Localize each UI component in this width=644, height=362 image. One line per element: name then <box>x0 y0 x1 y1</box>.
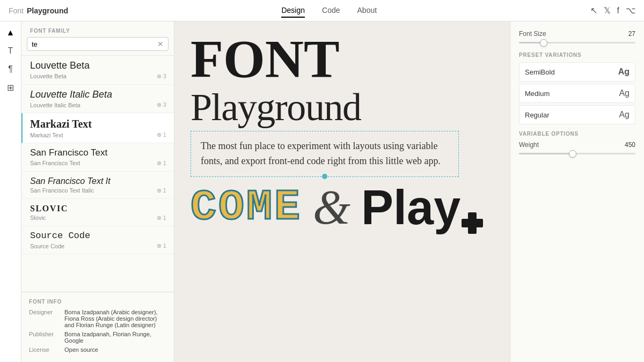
font-size-track <box>519 42 635 43</box>
designer-value: Borna Izadpanah (Arabic designer), Fiona… <box>64 309 166 328</box>
search-input[interactable] <box>32 40 157 48</box>
weight-value: 450 <box>625 141 635 149</box>
font-label: San Francisco Text <box>30 160 80 166</box>
variation-medium-label: Medium <box>525 90 550 98</box>
variation-semibold-preview: Ag <box>618 67 630 77</box>
font-display-name: Louvette Italic Beta <box>30 89 166 101</box>
tab-code[interactable]: Code <box>322 4 340 18</box>
weight-thumb[interactable] <box>569 150 576 158</box>
resize-handle[interactable] <box>322 174 327 179</box>
font-display-name: Louvette Beta <box>30 60 166 72</box>
font-item-meta: Slovic ⊕ 1 <box>30 215 166 221</box>
font-item-louvette-beta[interactable]: Louvette Beta Louvette Beta ⊕ 3 <box>21 56 174 85</box>
search-row: ✕ <box>27 37 169 51</box>
twitter-icon[interactable]: 𝕏 <box>604 5 611 16</box>
font-item-sf-text[interactable]: San Francisco Text San Francisco Text ⊕ … <box>21 143 174 171</box>
font-item-meta: Louvette Beta ⊕ 3 <box>30 73 166 80</box>
cursor-icon[interactable]: ↖ <box>590 5 597 16</box>
variation-regular-label: Regular <box>525 111 550 119</box>
font-size-value: 27 <box>628 30 635 38</box>
weight-slider[interactable] <box>519 153 635 154</box>
license-value: Open source <box>64 346 98 353</box>
publisher-value: Borna Izadpanah, Florian Runge, Google <box>64 331 166 344</box>
font-item-slovic[interactable]: SLOVIC Slovic ⊕ 1 <box>21 199 174 226</box>
main-layout: ▲ T ¶ ⊞ Font Family ✕ Louvette Beta Louv… <box>0 21 644 362</box>
display-text-font: FONT <box>191 32 494 86</box>
display-body-text: The most fun place to experiment with la… <box>201 139 449 169</box>
publisher-key: Publisher <box>29 331 60 344</box>
display-text-playground: Playground <box>191 88 494 127</box>
text-tool[interactable]: T <box>8 46 13 56</box>
font-info-panel: Font Info Designer Borna Izadpanah (Arab… <box>21 292 174 362</box>
sidebar: Font Family ✕ Louvette Beta Louvette Bet… <box>21 21 174 362</box>
font-label: Source Code <box>30 243 64 249</box>
font-info-license-row: License Open source <box>29 346 166 353</box>
weight-track <box>519 153 635 154</box>
font-item-markazi[interactable]: Markazi Text Markazi Text ⊕ 1 <box>21 113 174 143</box>
logo-playground-word: Playground <box>27 6 68 15</box>
play-group: Play <box>361 183 483 232</box>
pointer-tool[interactable]: ▲ <box>6 28 15 38</box>
app-logo: Font Playground <box>9 6 68 15</box>
search-clear-button[interactable]: ✕ <box>157 40 164 48</box>
font-label: Markazi Text <box>30 132 63 138</box>
facebook-icon[interactable]: f <box>617 6 619 16</box>
font-size-row: Font Size 27 <box>519 30 635 38</box>
variation-medium[interactable]: Medium Ag <box>519 84 635 103</box>
variation-regular-preview: Ag <box>619 110 630 120</box>
font-item-meta: San Francisco Text Italic ⊕ 1 <box>30 187 166 194</box>
font-item-sf-italic[interactable]: San Francisco Text It San Francisco Text… <box>21 172 174 199</box>
font-display-name: SLOVIC <box>30 203 166 213</box>
font-label: Louvette Italic Beta <box>30 102 80 108</box>
github-icon[interactable]: ⌥ <box>626 5 635 16</box>
font-display-name: Source Code <box>30 231 166 241</box>
font-count: ⊕ 3 <box>157 101 166 108</box>
variation-semibold-label: SemiBold <box>525 68 555 76</box>
font-display-name: Markazi Text <box>30 117 166 130</box>
font-item-louvette-italic[interactable]: Louvette Italic Beta Louvette Italic Bet… <box>21 85 174 114</box>
tab-design[interactable]: Design <box>281 4 305 18</box>
font-size-thumb[interactable] <box>540 39 547 47</box>
left-toolbar: ▲ T ¶ ⊞ <box>0 21 21 362</box>
font-item-meta: Source Code ⊕ 1 <box>30 242 166 249</box>
font-size-fill <box>519 42 542 43</box>
font-display-name: San Francisco Text It <box>30 176 166 186</box>
weight-row: Weight 450 <box>519 141 635 149</box>
nav-icons: ↖ 𝕏 f ⌥ <box>590 5 635 16</box>
display-play-text: Play <box>361 183 460 232</box>
cross-symbol <box>462 212 483 227</box>
font-count: ⊕ 1 <box>157 131 166 138</box>
layout-tool[interactable]: ⊞ <box>7 83 14 93</box>
font-label: Slovic <box>30 215 46 221</box>
font-size-slider[interactable] <box>519 42 635 43</box>
font-display-name: San Francisco Text <box>30 147 166 158</box>
variation-regular[interactable]: Regular Ag <box>519 105 635 124</box>
font-label: San Francisco Text Italic <box>30 187 94 194</box>
canvas-area[interactable]: FONT Playground The most fun place to ex… <box>174 21 510 362</box>
variable-options-label: Variable Options <box>519 131 635 137</box>
font-count: ⊕ 1 <box>157 242 166 249</box>
paragraph-tool[interactable]: ¶ <box>8 64 13 74</box>
font-info-title: Font Info <box>29 299 166 305</box>
font-family-label: Font Family <box>21 21 174 37</box>
font-count: ⊕ 1 <box>157 215 166 221</box>
preset-variations-label: Preset Variations <box>519 52 635 58</box>
weight-fill <box>519 153 572 154</box>
display-come-text: COME <box>191 186 302 229</box>
weight-label: Weight <box>519 141 539 149</box>
nav-tabs: Design Code About <box>68 4 590 18</box>
font-count: ⊕ 1 <box>157 160 166 167</box>
license-key: License <box>29 346 60 353</box>
font-count: ⊕ 1 <box>157 187 166 194</box>
logo-font-word: Font <box>9 6 24 15</box>
display-text-box[interactable]: The most fun place to experiment with la… <box>191 131 459 177</box>
tab-about[interactable]: About <box>357 4 377 18</box>
font-count: ⊕ 3 <box>157 73 166 80</box>
font-info-designer-row: Designer Borna Izadpanah (Arabic designe… <box>29 309 166 328</box>
designer-key: Designer <box>29 309 60 328</box>
font-info-publisher-row: Publisher Borna Izadpanah, Florian Runge… <box>29 331 166 344</box>
font-list: Louvette Beta Louvette Beta ⊕ 3 Louvette… <box>21 55 174 292</box>
variation-semibold[interactable]: SemiBold Ag <box>519 62 635 82</box>
font-item-meta: Markazi Text ⊕ 1 <box>30 131 166 138</box>
font-item-source-code[interactable]: Source Code Source Code ⊕ 1 <box>21 226 174 254</box>
